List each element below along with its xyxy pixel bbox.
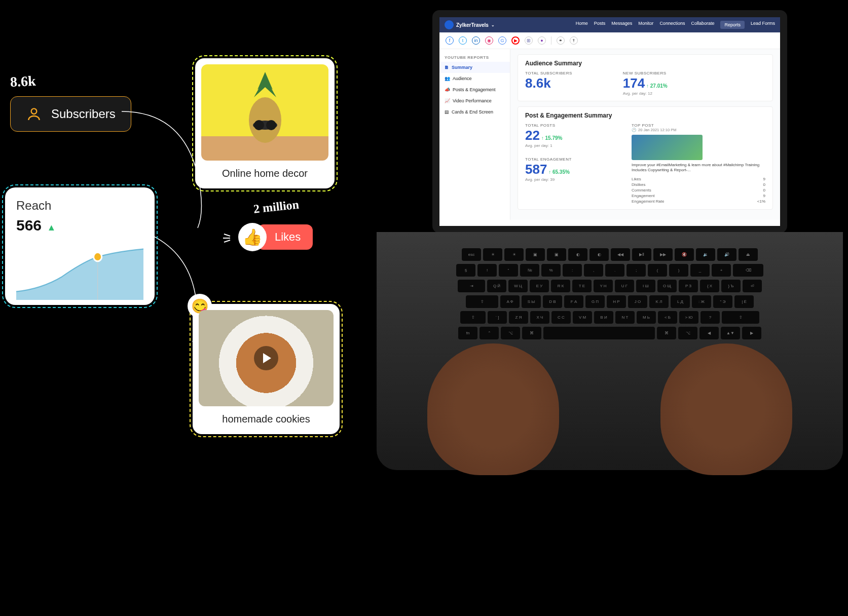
channel-icon[interactable]: ⊞	[525, 36, 533, 45]
trend-up-icon: ▲	[47, 222, 56, 233]
engagement-summary-panel: Post & Engagement Summary TOTAL POSTS 22…	[518, 106, 773, 210]
dashboard-topbar: ZylkerTravels ⌄ Home Posts Messages Moni…	[439, 17, 780, 32]
sidebar-item-cards[interactable]: ▤Cards & End Screen	[439, 106, 510, 118]
reach-chart	[16, 239, 143, 300]
video-caption: homemade cookies	[199, 413, 334, 425]
top-post-stats: Likes9 Dislikes0 Comments0 Engagement9 E…	[632, 176, 765, 204]
laptop-mockup: ZylkerTravels ⌄ Home Posts Messages Moni…	[377, 10, 843, 470]
megaphone-icon: 📣	[445, 87, 450, 92]
pineapple-graphic	[240, 69, 290, 156]
burst-icon	[223, 230, 238, 245]
dashboard-sidebar: YOUTUBE REPORTS 🗎Summary 👥Audience 📣Post…	[439, 49, 510, 220]
cards-icon: ▤	[445, 109, 449, 114]
svg-point-0	[31, 108, 37, 114]
subscribers-count-annotation: 8.6k	[10, 73, 36, 91]
sidebar-item-video[interactable]: 📈Video Performance	[439, 95, 510, 106]
metric-total-engagement: TOTAL ENGAGEMENT 587 ↑ 65.35% Avg. per d…	[525, 157, 616, 182]
metric-total-subscribers: TOTAL SUBSCRIBERS 8.6k	[525, 71, 572, 96]
twitter-icon[interactable]: t	[459, 36, 467, 45]
subscribers-pill[interactable]: Subscribers	[10, 96, 131, 132]
likes-count-annotation: 2 million	[253, 198, 300, 216]
brand-name: ZylkerTravels	[456, 22, 489, 28]
social-channel-bar: f t in ◉ G ▶ ⊞ ● ⚭ ⫯	[439, 32, 780, 49]
panel-title: Post & Engagement Summary	[525, 112, 765, 119]
laptop-keyboard: esc☀☀▣▣◐◐◀◀▶Ⅱ▶▶🔇🔉🔊⏏ §!"№%:,.;()_+⌫ ⇥Q ЙW…	[377, 232, 843, 470]
reach-title: Reach	[16, 199, 143, 213]
reach-value: 566	[16, 217, 42, 234]
brand-logo-icon	[445, 20, 454, 29]
play-icon[interactable]	[254, 346, 278, 370]
user-icon	[26, 106, 42, 122]
video-card-home-decor[interactable]: Online home decor	[195, 58, 335, 188]
likes-pill[interactable]: 👍 Likes	[238, 223, 313, 251]
link-icon[interactable]: ⚭	[557, 36, 565, 45]
metric-total-posts: TOTAL POSTS 22 ↑ 15.79% Avg. per day: 1	[525, 123, 616, 148]
sidebar-item-posts[interactable]: 📣Posts & Engagement	[439, 84, 510, 95]
youtube-icon[interactable]: ▶	[511, 36, 520, 45]
video-thumb	[199, 310, 334, 406]
right-hand	[660, 343, 792, 475]
brand[interactable]: ZylkerTravels ⌄	[445, 20, 495, 29]
nav-connections[interactable]: Connections	[659, 21, 685, 29]
top-post: TOP POST 🕐20 Jan 2021 12:10 PM Improve y…	[632, 123, 765, 204]
svg-line-7	[224, 234, 230, 236]
sidebar-heading: YOUTUBE REPORTS	[439, 53, 510, 62]
nav-posts[interactable]: Posts	[594, 21, 606, 29]
nav-monitor[interactable]: Monitor	[638, 21, 653, 29]
panel-title: Audience Summary	[525, 60, 765, 67]
nav-collaborate[interactable]: Collaborate	[691, 21, 714, 29]
video-caption: Online home decor	[201, 168, 328, 179]
chevron-down-icon[interactable]: ⌄	[491, 23, 495, 27]
analytics-icon[interactable]: ⫯	[570, 36, 578, 45]
top-post-image[interactable]	[632, 135, 703, 160]
svg-line-9	[224, 240, 230, 242]
dashboard-screen: ZylkerTravels ⌄ Home Posts Messages Moni…	[432, 10, 787, 233]
nav-home[interactable]: Home	[576, 21, 588, 29]
subscribers-label: Subscribers	[51, 107, 116, 121]
metric-new-subscribers: NEW SUBSCRIBERS 174 ↑ 27.01% Avg. per da…	[623, 71, 668, 96]
reach-card: Reach 566 ▲	[5, 187, 155, 305]
sidebar-item-audience[interactable]: 👥Audience	[439, 73, 510, 84]
svg-point-6	[94, 252, 102, 261]
chart-icon: 📈	[445, 98, 450, 103]
users-icon: 👥	[445, 76, 450, 81]
svg-point-4	[266, 120, 276, 130]
top-nav: Home Posts Messages Monitor Connections …	[576, 21, 775, 29]
channel-icon-2[interactable]: ●	[538, 36, 546, 45]
video-thumb	[201, 64, 328, 161]
svg-point-3	[254, 120, 264, 130]
thumbs-up-icon: 👍	[238, 223, 267, 251]
svg-point-1	[249, 97, 281, 143]
audience-summary-panel: Audience Summary TOTAL SUBSCRIBERS 8.6k …	[518, 54, 773, 101]
nav-reports[interactable]: Reports	[720, 21, 745, 29]
video-card-cookies[interactable]: 😋 homemade cookies	[193, 304, 340, 434]
top-post-desc: Improve your #EmailMarketing & learn mor…	[632, 163, 765, 173]
instagram-icon[interactable]: ◉	[485, 36, 493, 45]
facebook-icon[interactable]: f	[446, 36, 454, 45]
nav-lead-forms[interactable]: Lead Forms	[751, 21, 775, 29]
dashboard-main: Audience Summary TOTAL SUBSCRIBERS 8.6k …	[510, 49, 780, 220]
clock-icon: 🕐	[632, 128, 636, 132]
google-icon[interactable]: G	[498, 36, 506, 45]
sidebar-item-summary[interactable]: 🗎Summary	[439, 62, 510, 73]
nav-messages[interactable]: Messages	[611, 21, 632, 29]
linkedin-icon[interactable]: in	[472, 36, 480, 45]
left-hand	[427, 343, 559, 475]
document-icon: 🗎	[445, 65, 449, 70]
